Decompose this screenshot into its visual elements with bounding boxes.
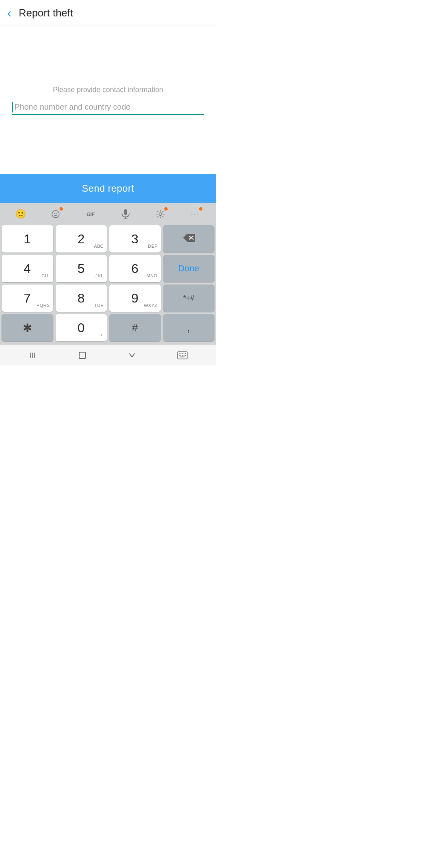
key-6[interactable]: 6 MNO	[109, 255, 161, 282]
key-3[interactable]: 3 DEF	[109, 225, 161, 253]
send-report-button[interactable]: Send report	[0, 174, 216, 203]
contact-info-label: Please provide contact information	[53, 86, 163, 94]
svg-point-2	[56, 213, 57, 214]
text-cursor	[12, 102, 13, 112]
settings-badge	[164, 207, 168, 210]
stickers-badge	[60, 207, 63, 210]
nav-back-button[interactable]	[28, 351, 37, 360]
key-0[interactable]: 0 +	[56, 314, 107, 341]
emoji-toolbar-button[interactable]: 🙂	[12, 207, 30, 221]
phone-input-field[interactable]: Phone number and country code	[12, 102, 204, 115]
more-badge	[199, 207, 202, 210]
svg-point-6	[159, 213, 162, 216]
keyboard-rows: 1 2 ABC 3 DEF	[0, 224, 216, 345]
keyboard: 🙂 GIF	[0, 203, 216, 365]
svg-point-1	[54, 213, 55, 214]
key-done[interactable]: Done	[163, 255, 215, 282]
gif-toolbar-button[interactable]: GIF	[82, 207, 99, 221]
key-4[interactable]: 4 GHI	[2, 255, 53, 282]
svg-point-0	[52, 210, 59, 218]
key-1[interactable]: 1	[2, 225, 53, 253]
key-symbols[interactable]: *+#	[163, 285, 215, 312]
keyboard-row-1: 1 2 ABC 3 DEF	[2, 225, 214, 253]
key-backspace[interactable]	[163, 225, 215, 253]
nav-keyboard-button[interactable]	[177, 351, 188, 359]
header: ‹ Report theft	[0, 0, 216, 26]
more-toolbar-button[interactable]: ···	[186, 207, 204, 221]
svg-rect-3	[124, 209, 127, 215]
key-5[interactable]: 5 JKL	[56, 255, 107, 282]
keyboard-row-3: 7 PQRS 8 TUV 9 WXYZ *+#	[2, 285, 214, 312]
nav-home-button[interactable]	[78, 351, 87, 360]
keyboard-row-2: 4 GHI 5 JKL 6 MNO Done	[2, 255, 214, 282]
settings-toolbar-button[interactable]	[152, 207, 169, 221]
key-2[interactable]: 2 ABC	[56, 225, 107, 253]
keyboard-toolbar: 🙂 GIF	[0, 203, 216, 224]
svg-rect-12	[79, 352, 86, 359]
navigation-bar	[0, 345, 216, 365]
key-comma[interactable]: ,	[163, 314, 215, 341]
stickers-toolbar-button[interactable]	[47, 207, 64, 221]
key-9[interactable]: 9 WXYZ	[109, 285, 161, 312]
phone-placeholder: Phone number and country code	[14, 102, 130, 112]
back-button[interactable]: ‹	[7, 6, 12, 19]
content-area: Please provide contact information Phone…	[0, 26, 216, 174]
page-title: Report theft	[19, 7, 73, 19]
key-7[interactable]: 7 PQRS	[2, 285, 53, 312]
key-star[interactable]: ✱	[2, 314, 53, 341]
key-8[interactable]: 8 TUV	[56, 285, 107, 312]
keyboard-row-4: ✱ 0 + # ,	[2, 314, 214, 341]
microphone-toolbar-button[interactable]	[117, 207, 134, 221]
nav-down-button[interactable]	[128, 351, 136, 360]
key-hash[interactable]: #	[109, 314, 161, 341]
